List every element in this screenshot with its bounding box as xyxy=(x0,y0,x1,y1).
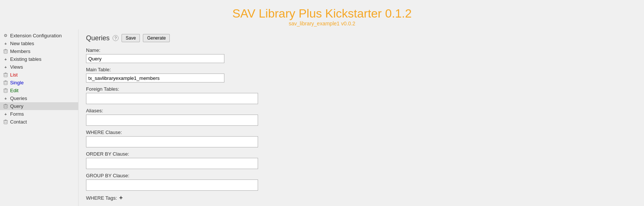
add-where-tag-button[interactable]: + xyxy=(119,194,123,201)
svg-rect-22 xyxy=(5,104,6,105)
app-title: SAV Library Plus Kickstarter 0.1.2 xyxy=(0,7,644,21)
plus-icon: + xyxy=(3,57,8,62)
where-clause-section: WHERE Clause: xyxy=(86,129,637,147)
trash-icon xyxy=(3,119,8,124)
svg-rect-12 xyxy=(5,81,6,81)
sidebar-item-members[interactable]: Members xyxy=(0,47,78,55)
content-area: ⚙ Extension Configuration + New tables xyxy=(0,29,644,206)
header: SAV Library Plus Kickstarter 0.1.2 sav_l… xyxy=(0,0,644,29)
sidebar-item-label: Single xyxy=(10,80,24,85)
sidebar-item-label: Contact xyxy=(10,119,27,125)
gear-icon: ⚙ xyxy=(3,33,8,38)
plus-icon: + xyxy=(3,65,8,69)
svg-rect-5 xyxy=(4,74,7,77)
where-clause-input[interactable] xyxy=(86,136,258,147)
sidebar-item-label: Views xyxy=(10,64,23,70)
where-tags-section: WHERE Tags: + xyxy=(86,194,637,202)
svg-rect-7 xyxy=(5,73,6,74)
sidebar-item-label: Existing tables xyxy=(10,56,42,62)
plus-icon: + xyxy=(3,112,8,116)
main-table-input[interactable] xyxy=(86,74,224,82)
sidebar-item-views[interactable]: + Views xyxy=(0,63,78,71)
aliases-section: Aliases: xyxy=(86,108,637,126)
main-table-section: Main Table: xyxy=(86,67,637,82)
svg-rect-25 xyxy=(4,121,7,124)
sidebar-item-label: Query xyxy=(10,103,23,109)
order-by-section: ORDER BY Clause: xyxy=(86,151,637,169)
help-icon[interactable]: ? xyxy=(113,35,119,41)
main-content: Queries ? Save Generate Name: Main Table… xyxy=(79,29,644,206)
sidebar-item-new-tables[interactable]: + New tables xyxy=(0,40,78,47)
sidebar-item-existing-tables[interactable]: + Existing tables xyxy=(0,55,78,63)
page-title: Queries xyxy=(86,34,110,42)
sidebar-item-label: New tables xyxy=(10,41,34,46)
trash-icon xyxy=(3,104,8,109)
name-input[interactable] xyxy=(86,54,224,63)
save-button[interactable]: Save xyxy=(122,34,140,42)
svg-rect-15 xyxy=(4,89,7,93)
svg-rect-17 xyxy=(5,88,6,89)
sidebar-item-queries[interactable]: + Queries xyxy=(0,94,78,102)
page-heading: Queries ? Save Generate xyxy=(86,34,637,42)
foreign-tables-label: Foreign Tables: xyxy=(86,86,637,92)
sidebar-item-forms[interactable]: + Forms xyxy=(0,110,78,118)
sidebar-item-edit[interactable]: Edit xyxy=(0,87,78,94)
group-by-section: GROUP BY Clause: xyxy=(86,173,637,191)
sidebar-item-query[interactable]: Query xyxy=(0,102,78,110)
sidebar-item-label: Members xyxy=(10,49,30,54)
svg-rect-27 xyxy=(5,120,6,121)
svg-rect-20 xyxy=(4,105,7,108)
trash-icon xyxy=(3,49,8,54)
page-wrapper: SAV Library Plus Kickstarter 0.1.2 sav_l… xyxy=(0,0,644,206)
sidebar-item-single[interactable]: Single xyxy=(0,79,78,87)
sidebar-item-label: Forms xyxy=(10,111,24,117)
aliases-label: Aliases: xyxy=(86,108,637,113)
sidebar-item-label: Edit xyxy=(10,88,18,93)
plus-icon: + xyxy=(3,96,8,101)
generate-button[interactable]: Generate xyxy=(143,34,170,42)
svg-rect-2 xyxy=(5,49,6,50)
main-table-label: Main Table: xyxy=(86,67,637,72)
trash-icon xyxy=(3,80,8,85)
sidebar: ⚙ Extension Configuration + New tables xyxy=(0,29,79,206)
group-by-label: GROUP BY Clause: xyxy=(86,173,637,178)
foreign-tables-section: Foreign Tables: xyxy=(86,86,637,104)
app-subtitle: sav_library_example1 v0.0.2 xyxy=(0,21,644,26)
aliases-input[interactable] xyxy=(86,115,258,126)
order-by-input[interactable] xyxy=(86,158,258,169)
where-tags-label: WHERE Tags: + xyxy=(86,194,123,201)
group-by-input[interactable] xyxy=(86,180,258,191)
sidebar-item-label: Queries xyxy=(10,96,27,101)
foreign-tables-input[interactable] xyxy=(86,93,258,104)
sidebar-item-label: List xyxy=(10,72,18,78)
svg-rect-0 xyxy=(4,50,7,53)
svg-rect-10 xyxy=(4,81,7,85)
sidebar-item-contact[interactable]: Contact xyxy=(0,118,78,126)
name-label: Name: xyxy=(86,47,637,53)
sidebar-item-extension-configuration[interactable]: ⚙ Extension Configuration xyxy=(0,32,78,40)
trash-icon xyxy=(3,72,8,77)
where-clause-label: WHERE Clause: xyxy=(86,129,637,135)
trash-icon xyxy=(3,88,8,93)
name-section: Name: xyxy=(86,47,637,63)
sidebar-item-label: Extension Configuration xyxy=(10,33,62,38)
order-by-label: ORDER BY Clause: xyxy=(86,151,637,157)
sidebar-item-list[interactable]: List xyxy=(0,71,78,79)
plus-icon: + xyxy=(3,41,8,46)
